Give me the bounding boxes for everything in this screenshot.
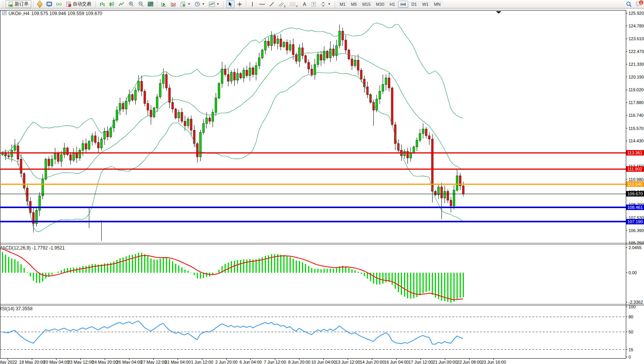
line-chart-icon — [119, 2, 124, 7]
trendline-tool-button[interactable] — [267, 0, 276, 8]
candle-bear — [447, 191, 449, 200]
channel-tool-button[interactable]: E — [277, 0, 288, 8]
new-chart-button[interactable]: ▼ — [179, 0, 192, 8]
time-tick: 2 Jun 20:00 — [215, 360, 238, 364]
new-order-button[interactable]: 新订单 — [5, 0, 31, 8]
periods-button[interactable]: ▼ — [193, 0, 206, 8]
autotrading-button[interactable]: 自动交易 — [64, 0, 93, 8]
text-label-icon: T — [312, 2, 316, 7]
candle-bear — [94, 136, 96, 142]
candle-bull — [63, 148, 65, 155]
candle-bear — [441, 187, 443, 198]
chat-button[interactable]: 1 — [634, 0, 643, 8]
toolbar: 新订单 自动交易 — [0, 0, 644, 9]
zoom-out-icon — [138, 1, 144, 7]
candle-bear — [428, 136, 430, 139]
candle-bear — [147, 104, 149, 110]
macd-histogram — [3, 252, 463, 302]
candle-bull — [135, 90, 136, 100]
time-tick: 13 Jun 12:00 — [336, 360, 360, 364]
timeframe-M15[interactable]: M15 — [360, 1, 373, 8]
time-tick: May 2022 — [0, 360, 17, 364]
svg-text:0.00: 0.00 — [629, 270, 637, 275]
fibonacci-f-label: F — [296, 5, 298, 8]
candle-bear — [351, 59, 353, 65]
timeframe-M5[interactable]: M5 — [349, 1, 359, 8]
candle-bear — [274, 36, 276, 43]
text-tool-icon: A — [303, 2, 306, 7]
timeframe-M1[interactable]: M1 — [337, 1, 348, 8]
chart-shift-button[interactable] — [169, 0, 178, 8]
time-tick: 7 Jun 12:00 — [264, 360, 286, 364]
candle-bull — [314, 65, 316, 75]
candle-bear — [141, 81, 143, 91]
candle-bull — [162, 75, 164, 84]
candle-bear — [175, 109, 177, 118]
signal-button[interactable] — [55, 0, 63, 8]
timeframe-W1[interactable]: W1 — [420, 1, 431, 8]
terminal-button[interactable] — [45, 0, 54, 8]
market-watch-button[interactable] — [36, 0, 44, 8]
candle-bull — [385, 78, 387, 84]
time-tick: 23 May 12:00 — [68, 360, 94, 364]
chart-shift-icon — [170, 2, 176, 7]
candle-bull — [419, 133, 421, 140]
candle-bear — [181, 113, 183, 121]
search-button[interactable] — [624, 0, 634, 8]
price-tick: 105.250 — [629, 241, 644, 245]
candle-bull — [110, 128, 112, 137]
price-tick: 106.390 — [629, 228, 644, 233]
chart-area: 125.920124.780123.610122.470121.330120.1… — [0, 9, 644, 364]
auto-scroll-button[interactable] — [159, 0, 168, 8]
candle-bull — [261, 50, 263, 58]
timeframe-MN[interactable]: MN — [432, 1, 443, 8]
timeframe-H1[interactable]: H1 — [387, 1, 397, 8]
timeframe-M30[interactable]: M30 — [374, 1, 387, 8]
candle-bear — [144, 91, 146, 104]
text-tool-button[interactable]: A — [300, 0, 309, 8]
svg-text:50: 50 — [629, 330, 633, 334]
channel-e-label: E — [284, 5, 286, 8]
zoom-out-button[interactable] — [136, 0, 145, 8]
symbol-header: UKOil-,H4 109.575 109.946 109.559 109.67… — [2, 11, 102, 16]
time-tick: 14 Jun 20:00 — [360, 360, 385, 364]
candle-bull — [60, 155, 62, 161]
time-tick: 8 Jun 20:00 — [288, 360, 310, 364]
candle-bear — [70, 155, 72, 160]
timeframe-H4[interactable]: H4 — [398, 1, 408, 8]
zoom-in-button[interactable] — [127, 0, 136, 8]
candle-bear — [131, 95, 133, 100]
candle-bull — [422, 129, 424, 134]
vertical-line-icon — [250, 2, 254, 7]
arrows-tool-button[interactable]: ▼ — [319, 0, 332, 8]
vertical-line-tool-button[interactable] — [248, 0, 257, 8]
fibonacci-tool-button[interactable]: F — [288, 0, 299, 8]
timeframe-D1[interactable]: D1 — [409, 1, 419, 8]
time-tick: 22 Jun 08:00 — [457, 360, 482, 364]
tile-windows-button[interactable] — [146, 0, 155, 8]
candle-bear — [450, 200, 452, 206]
candle-bear — [280, 39, 282, 47]
crosshair-tool-button[interactable] — [235, 0, 244, 8]
candlestick-chart-icon — [109, 2, 115, 7]
candle-bull — [212, 113, 214, 121]
candle-bull — [79, 150, 81, 158]
gold-diamond-icon — [37, 0, 43, 8]
cursor-tool-button[interactable] — [226, 0, 235, 8]
indicators-button[interactable]: ▼ — [207, 0, 221, 8]
bar-chart-button[interactable] — [98, 0, 107, 8]
horizontal-line-tool-button[interactable] — [257, 0, 267, 8]
candle-bear — [150, 110, 152, 117]
text-label-tool-button[interactable]: T — [310, 0, 318, 8]
candle-bear — [462, 186, 464, 194]
time-tick: 18 May 20:00 — [19, 360, 45, 364]
candle-bull — [218, 84, 220, 98]
separator — [157, 1, 157, 8]
candle-bear — [8, 156, 10, 157]
chart-shift-marker[interactable] — [496, 11, 501, 14]
candle-bull — [221, 69, 223, 83]
arrows-icon — [320, 2, 326, 7]
line-chart-button[interactable] — [117, 0, 126, 8]
candlestick-chart-button[interactable] — [107, 0, 116, 8]
auto-scroll-icon — [161, 2, 167, 7]
